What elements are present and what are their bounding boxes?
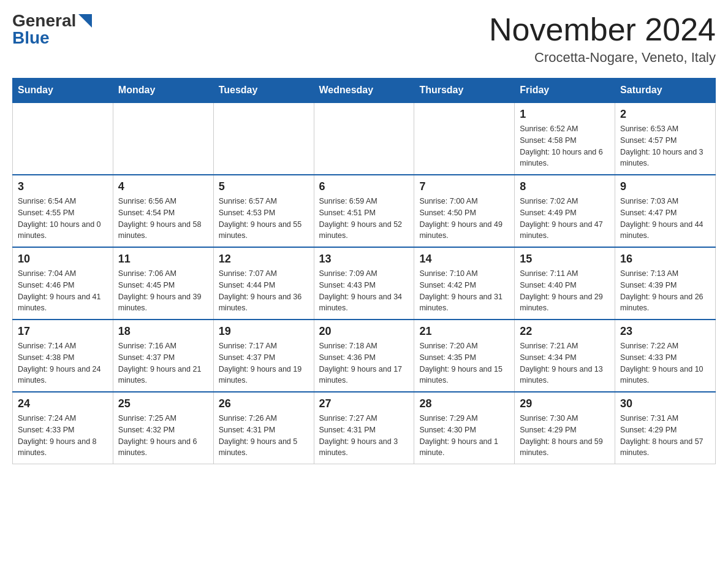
- day-info: Sunrise: 7:26 AMSunset: 4:31 PMDaylight:…: [219, 413, 309, 459]
- weekday-header: Tuesday: [213, 79, 314, 103]
- logo: General Blue: [12, 12, 92, 47]
- day-number: 9: [620, 180, 710, 193]
- calendar-cell: 10Sunrise: 7:04 AMSunset: 4:46 PMDayligh…: [13, 247, 113, 320]
- day-number: 28: [419, 397, 509, 410]
- calendar-cell: 1Sunrise: 6:52 AMSunset: 4:58 PMDaylight…: [515, 102, 615, 175]
- weekday-header: Wednesday: [314, 79, 414, 103]
- calendar-cell: [414, 102, 515, 175]
- day-number: 7: [419, 180, 509, 193]
- day-number: 3: [18, 180, 108, 193]
- day-info: Sunrise: 7:02 AMSunset: 4:49 PMDaylight:…: [520, 196, 610, 242]
- calendar-cell: 30Sunrise: 7:31 AMSunset: 4:29 PMDayligh…: [615, 392, 716, 464]
- day-number: 11: [118, 253, 208, 266]
- day-info: Sunrise: 7:11 AMSunset: 4:40 PMDaylight:…: [520, 268, 610, 314]
- day-info: Sunrise: 7:07 AMSunset: 4:44 PMDaylight:…: [219, 268, 309, 314]
- day-info: Sunrise: 7:31 AMSunset: 4:29 PMDaylight:…: [620, 413, 710, 459]
- day-info: Sunrise: 7:18 AMSunset: 4:36 PMDaylight:…: [319, 340, 409, 386]
- page-header: General Blue November 2024 Crocetta-Noga…: [12, 12, 716, 66]
- calendar-week-row: 24Sunrise: 7:24 AMSunset: 4:33 PMDayligh…: [13, 392, 716, 464]
- calendar-cell: 9Sunrise: 7:03 AMSunset: 4:47 PMDaylight…: [615, 175, 716, 247]
- calendar-cell: 11Sunrise: 7:06 AMSunset: 4:45 PMDayligh…: [113, 247, 213, 320]
- day-number: 1: [520, 108, 610, 121]
- calendar-cell: [113, 102, 213, 175]
- day-number: 22: [520, 325, 610, 338]
- day-info: Sunrise: 7:25 AMSunset: 4:32 PMDaylight:…: [118, 413, 208, 459]
- calendar-cell: 25Sunrise: 7:25 AMSunset: 4:32 PMDayligh…: [113, 392, 213, 464]
- day-number: 10: [18, 253, 108, 266]
- calendar-cell: 16Sunrise: 7:13 AMSunset: 4:39 PMDayligh…: [615, 247, 716, 320]
- day-number: 21: [419, 325, 509, 338]
- calendar-cell: 20Sunrise: 7:18 AMSunset: 4:36 PMDayligh…: [314, 320, 414, 392]
- calendar-cell: 7Sunrise: 7:00 AMSunset: 4:50 PMDaylight…: [414, 175, 515, 247]
- day-number: 13: [319, 253, 409, 266]
- weekday-header: Monday: [113, 79, 213, 103]
- calendar-cell: 3Sunrise: 6:54 AMSunset: 4:55 PMDaylight…: [13, 175, 113, 247]
- weekday-header: Thursday: [414, 79, 515, 103]
- day-info: Sunrise: 7:14 AMSunset: 4:38 PMDaylight:…: [18, 340, 108, 386]
- calendar-cell: 28Sunrise: 7:29 AMSunset: 4:30 PMDayligh…: [414, 392, 515, 464]
- day-info: Sunrise: 7:30 AMSunset: 4:29 PMDaylight:…: [520, 413, 610, 459]
- day-info: Sunrise: 7:03 AMSunset: 4:47 PMDaylight:…: [620, 196, 710, 242]
- weekday-header: Friday: [515, 79, 615, 103]
- calendar-cell: 14Sunrise: 7:10 AMSunset: 4:42 PMDayligh…: [414, 247, 515, 320]
- calendar-cell: 15Sunrise: 7:11 AMSunset: 4:40 PMDayligh…: [515, 247, 615, 320]
- day-info: Sunrise: 7:24 AMSunset: 4:33 PMDaylight:…: [18, 413, 108, 459]
- day-info: Sunrise: 6:53 AMSunset: 4:57 PMDaylight:…: [620, 123, 710, 169]
- calendar-cell: 4Sunrise: 6:56 AMSunset: 4:54 PMDaylight…: [113, 175, 213, 247]
- calendar-cell: [314, 102, 414, 175]
- day-number: 20: [319, 325, 409, 338]
- day-info: Sunrise: 7:29 AMSunset: 4:30 PMDaylight:…: [419, 413, 509, 459]
- day-info: Sunrise: 6:54 AMSunset: 4:55 PMDaylight:…: [18, 196, 108, 242]
- day-info: Sunrise: 6:57 AMSunset: 4:53 PMDaylight:…: [219, 196, 309, 242]
- calendar-cell: 27Sunrise: 7:27 AMSunset: 4:31 PMDayligh…: [314, 392, 414, 464]
- day-number: 27: [319, 397, 409, 410]
- day-info: Sunrise: 7:13 AMSunset: 4:39 PMDaylight:…: [620, 268, 710, 314]
- day-info: Sunrise: 7:06 AMSunset: 4:45 PMDaylight:…: [118, 268, 208, 314]
- calendar-cell: 2Sunrise: 6:53 AMSunset: 4:57 PMDaylight…: [615, 102, 716, 175]
- day-info: Sunrise: 6:52 AMSunset: 4:58 PMDaylight:…: [520, 123, 610, 169]
- calendar-cell: 21Sunrise: 7:20 AMSunset: 4:35 PMDayligh…: [414, 320, 515, 392]
- calendar-week-row: 10Sunrise: 7:04 AMSunset: 4:46 PMDayligh…: [13, 247, 716, 320]
- day-number: 15: [520, 253, 610, 266]
- calendar-cell: 8Sunrise: 7:02 AMSunset: 4:49 PMDaylight…: [515, 175, 615, 247]
- calendar-week-row: 1Sunrise: 6:52 AMSunset: 4:58 PMDaylight…: [13, 102, 716, 175]
- day-number: 18: [118, 325, 208, 338]
- day-info: Sunrise: 7:16 AMSunset: 4:37 PMDaylight:…: [118, 340, 208, 386]
- calendar-cell: [13, 102, 113, 175]
- day-info: Sunrise: 7:00 AMSunset: 4:50 PMDaylight:…: [419, 196, 509, 242]
- calendar-cell: 29Sunrise: 7:30 AMSunset: 4:29 PMDayligh…: [515, 392, 615, 464]
- day-info: Sunrise: 7:22 AMSunset: 4:33 PMDaylight:…: [620, 340, 710, 386]
- calendar-cell: 18Sunrise: 7:16 AMSunset: 4:37 PMDayligh…: [113, 320, 213, 392]
- weekday-header: Saturday: [615, 79, 716, 103]
- day-number: 19: [219, 325, 309, 338]
- calendar-title: November 2024: [489, 12, 716, 47]
- calendar-cell: 12Sunrise: 7:07 AMSunset: 4:44 PMDayligh…: [213, 247, 314, 320]
- calendar-cell: 26Sunrise: 7:26 AMSunset: 4:31 PMDayligh…: [213, 392, 314, 464]
- day-info: Sunrise: 7:20 AMSunset: 4:35 PMDaylight:…: [419, 340, 509, 386]
- logo-icon: [78, 14, 92, 28]
- calendar-cell: 19Sunrise: 7:17 AMSunset: 4:37 PMDayligh…: [213, 320, 314, 392]
- day-info: Sunrise: 7:17 AMSunset: 4:37 PMDaylight:…: [219, 340, 309, 386]
- calendar-cell: 13Sunrise: 7:09 AMSunset: 4:43 PMDayligh…: [314, 247, 414, 320]
- day-number: 26: [219, 397, 309, 410]
- location-text: Crocetta-Nogare, Veneto, Italy: [489, 50, 716, 66]
- day-info: Sunrise: 7:21 AMSunset: 4:34 PMDaylight:…: [520, 340, 610, 386]
- day-number: 29: [520, 397, 610, 410]
- day-number: 6: [319, 180, 409, 193]
- calendar-cell: 17Sunrise: 7:14 AMSunset: 4:38 PMDayligh…: [13, 320, 113, 392]
- day-number: 23: [620, 325, 710, 338]
- calendar-cell: [213, 102, 314, 175]
- logo-blue-text: Blue: [12, 29, 50, 47]
- day-number: 4: [118, 180, 208, 193]
- calendar-cell: 23Sunrise: 7:22 AMSunset: 4:33 PMDayligh…: [615, 320, 716, 392]
- day-number: 25: [118, 397, 208, 410]
- calendar-cell: 24Sunrise: 7:24 AMSunset: 4:33 PMDayligh…: [13, 392, 113, 464]
- svg-marker-0: [78, 14, 92, 28]
- day-number: 17: [18, 325, 108, 338]
- day-info: Sunrise: 7:09 AMSunset: 4:43 PMDaylight:…: [319, 268, 409, 314]
- day-number: 24: [18, 397, 108, 410]
- day-number: 5: [219, 180, 309, 193]
- day-number: 16: [620, 253, 710, 266]
- day-info: Sunrise: 7:10 AMSunset: 4:42 PMDaylight:…: [419, 268, 509, 314]
- calendar-cell: 22Sunrise: 7:21 AMSunset: 4:34 PMDayligh…: [515, 320, 615, 392]
